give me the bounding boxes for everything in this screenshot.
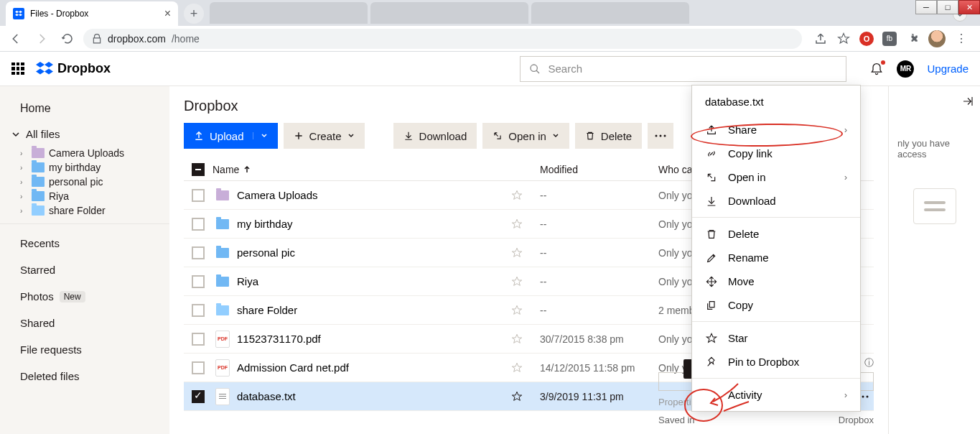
tab-close-icon[interactable]: × — [164, 7, 171, 20]
ctx-activity[interactable]: Activity› — [692, 383, 860, 407]
sidebar-all-files[interactable]: All files — [0, 122, 169, 146]
sidebar-shared[interactable]: Shared — [0, 310, 169, 336]
row-name[interactable]: personal pic — [213, 246, 511, 259]
profile-avatar[interactable] — [928, 30, 946, 47]
reload-button[interactable] — [57, 29, 78, 49]
bookmark-star-icon[interactable] — [836, 32, 851, 46]
folder-icon — [216, 277, 229, 287]
close-window-button[interactable]: ✕ — [958, 0, 980, 14]
star-icon[interactable] — [511, 190, 540, 201]
sidebar-tree-item[interactable]: ›share Folder — [0, 203, 169, 218]
context-menu-divider — [692, 321, 860, 322]
star-icon[interactable] — [511, 305, 540, 316]
folder-icon — [32, 162, 45, 172]
extensions-puzzle-icon[interactable] — [905, 32, 920, 46]
link-icon — [705, 148, 718, 160]
upload-button[interactable]: Upload — [184, 123, 278, 149]
star-icon[interactable] — [511, 362, 540, 374]
ctx-open-in[interactable]: Open in› — [692, 165, 860, 189]
row-checkbox[interactable] — [192, 361, 205, 374]
ctx-copy-link[interactable]: Copy link — [692, 142, 860, 165]
sidebar-home[interactable]: Home — [0, 95, 169, 122]
background-tab[interactable] — [531, 2, 689, 24]
star-icon[interactable] — [511, 333, 540, 345]
row-name[interactable]: share Folder — [213, 304, 511, 316]
background-tab[interactable] — [370, 2, 528, 24]
sidebar-tree-item[interactable]: ›Camera Uploads — [0, 146, 169, 160]
row-name[interactable]: database.txt — [213, 388, 511, 405]
open-in-button[interactable]: Open in — [482, 123, 569, 149]
row-checkbox[interactable] — [192, 189, 205, 202]
plus-icon — [294, 131, 304, 141]
ctx-pin[interactable]: Pin to Dropbox — [692, 350, 860, 374]
sidebar-file-requests[interactable]: File requests — [0, 336, 169, 363]
hide-details-button[interactable] — [961, 95, 974, 108]
row-checkbox[interactable] — [192, 246, 205, 259]
select-all-checkbox[interactable] — [192, 163, 205, 176]
folder-icon — [32, 191, 45, 201]
logo-text: Dropbox — [57, 61, 111, 76]
sidebar-starred[interactable]: Starred — [0, 257, 169, 283]
row-modified: 14/12/2015 11:58 pm — [540, 362, 658, 374]
row-name[interactable]: my birthday — [213, 218, 511, 230]
ctx-download[interactable]: Download — [692, 189, 860, 213]
maximize-button[interactable]: □ — [937, 0, 958, 14]
details-panel: nly you have access — [888, 86, 980, 434]
row-checkbox[interactable] — [192, 275, 205, 288]
user-avatar[interactable]: MR — [897, 60, 914, 78]
dropbox-logo[interactable]: Dropbox — [36, 61, 111, 76]
browser-tab-active[interactable]: Files - Dropbox × — [6, 1, 178, 26]
extension-opera-icon[interactable]: O — [859, 32, 874, 46]
tree-item-label: Riya — [49, 190, 69, 202]
row-name[interactable]: PDF11523731170.pdf — [213, 331, 511, 348]
sidebar-recents[interactable]: Recents — [0, 230, 169, 257]
minimize-button[interactable]: ─ — [915, 0, 937, 14]
upgrade-link[interactable]: Upgrade — [927, 63, 969, 75]
ctx-copy[interactable]: Copy — [692, 293, 860, 317]
background-tab[interactable] — [210, 2, 368, 24]
search-input[interactable]: Search — [520, 56, 846, 82]
row-modified: 3/9/2019 11:31 pm — [540, 391, 658, 402]
ctx-star[interactable]: Star — [692, 326, 860, 350]
share-icon[interactable] — [813, 32, 828, 46]
star-icon[interactable] — [511, 276, 540, 287]
more-actions-button[interactable] — [648, 123, 673, 149]
sidebar-tree-item[interactable]: ›Riya — [0, 189, 169, 203]
notifications-button[interactable] — [869, 62, 884, 76]
delete-button[interactable]: Delete — [575, 123, 642, 149]
extension-fb-icon[interactable]: fb — [882, 32, 897, 46]
row-name[interactable]: PDFAdmission Card net.pdf — [213, 359, 511, 377]
back-button[interactable] — [6, 29, 26, 49]
row-name[interactable]: Riya — [213, 275, 511, 287]
new-tab-button[interactable]: + — [184, 4, 204, 24]
ctx-share[interactable]: Share› — [692, 118, 860, 142]
download-button[interactable]: Download — [393, 123, 477, 149]
url-box[interactable]: dropbox.com/home — [83, 29, 802, 49]
chevron-right-icon: › — [844, 125, 847, 135]
forward-button[interactable] — [32, 29, 52, 49]
pdf-icon: PDF — [215, 331, 230, 348]
chevron-right-icon: › — [844, 390, 847, 400]
row-checkbox[interactable] — [192, 218, 205, 231]
kebab-menu-icon[interactable]: ⋮ — [954, 32, 969, 46]
column-name[interactable]: Name — [213, 164, 511, 175]
row-checkbox[interactable] — [192, 390, 205, 403]
app-grid-icon[interactable] — [11, 63, 24, 75]
create-button[interactable]: Create — [284, 123, 365, 149]
browser-chrome: Files - Dropbox × + ─ □ ✕ dropbox.com/ho… — [0, 0, 980, 52]
ctx-delete[interactable]: Delete — [692, 222, 860, 246]
sidebar-deleted-files[interactable]: Deleted files — [0, 363, 169, 389]
ctx-rename[interactable]: Rename — [692, 246, 860, 269]
sidebar-photos[interactable]: Photos New — [0, 283, 169, 310]
star-icon[interactable] — [511, 247, 540, 259]
sidebar-tree-item[interactable]: ›personal pic — [0, 175, 169, 189]
column-modified[interactable]: Modified — [540, 164, 658, 175]
star-icon[interactable] — [511, 218, 540, 230]
row-checkbox[interactable] — [192, 333, 205, 346]
ctx-move[interactable]: Move — [692, 269, 860, 293]
star-icon[interactable] — [511, 391, 540, 402]
sidebar-tree-item[interactable]: ›my birthday — [0, 160, 169, 175]
row-checkbox[interactable] — [192, 304, 205, 317]
row-name[interactable]: Camera Uploads — [213, 189, 511, 201]
row-modified: -- — [540, 276, 658, 287]
